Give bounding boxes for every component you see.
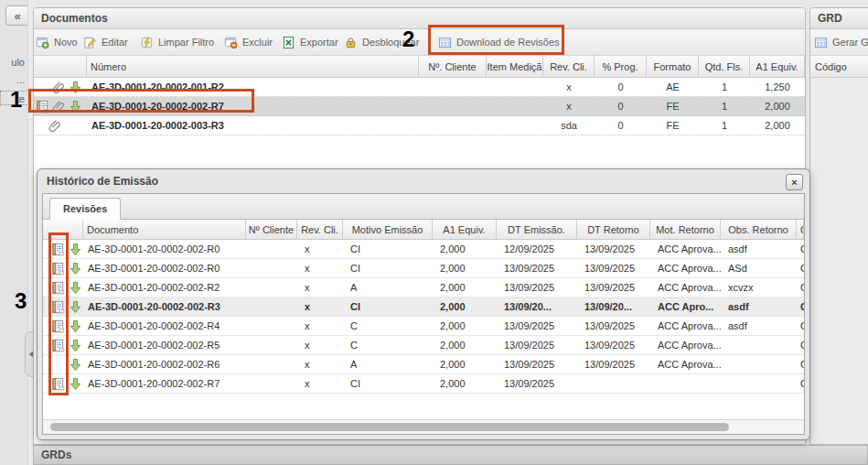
cell-dt-emissao: 13/09/2025 bbox=[497, 336, 577, 354]
cell-numero: AE-3D-0001-20-0002-001-R2 bbox=[87, 78, 419, 96]
sidebar-item-clipped-2[interactable]: ... bbox=[0, 74, 27, 85]
column-header-n-cliente[interactable]: Nº. Cliente bbox=[419, 56, 487, 77]
download-arrow-icon[interactable] bbox=[69, 339, 82, 352]
grid-empty-area bbox=[43, 394, 804, 419]
column-header-n-cliente[interactable]: Nº Cliente bbox=[246, 220, 297, 239]
close-icon: × bbox=[791, 178, 797, 188]
cell-mot-retorno bbox=[650, 374, 721, 393]
gerar-grd-button[interactable]: Gerar G bbox=[814, 29, 868, 55]
note-icon[interactable] bbox=[51, 300, 65, 314]
excluir-button[interactable]: Excluir bbox=[224, 29, 273, 55]
revision-row-selected[interactable]: AE-3D-0001-20-0002-002-R3 x CI 2,000 13/… bbox=[43, 297, 804, 317]
cell-dt-emissao: 13/09/20... bbox=[497, 297, 577, 316]
table-row[interactable]: AE-3D-0001-20-0002-003-R3 sda 0 FE 1 2,0… bbox=[34, 116, 805, 135]
cell-dt-emissao: 13/09/2025 bbox=[497, 374, 577, 393]
column-header-a1-equiv[interactable]: A1 Equiv. bbox=[433, 220, 497, 239]
download-arrow-icon[interactable] bbox=[69, 358, 82, 372]
column-header-dt-emissao[interactable]: DT Emissão. bbox=[497, 220, 577, 239]
modal-close-button[interactable]: × bbox=[786, 174, 803, 190]
cell-rev-cli: x bbox=[543, 78, 595, 96]
download-arrow-icon[interactable] bbox=[69, 377, 82, 391]
note-icon[interactable] bbox=[36, 100, 49, 114]
novo-button[interactable]: Novo bbox=[36, 29, 78, 55]
download-arrow-icon[interactable] bbox=[69, 81, 82, 94]
cell-obs-retorno bbox=[721, 355, 797, 373]
revisions-grid-header: Documento Nº Cliente Rev. Cli. Motivo Em… bbox=[43, 220, 804, 240]
note-icon[interactable] bbox=[51, 377, 65, 391]
download-arrow-icon[interactable] bbox=[69, 281, 82, 295]
revision-row[interactable]: AE-3D-0001-20-0002-002-R2 x A 2,000 13/0… bbox=[43, 278, 804, 297]
column-header-rev-cli[interactable]: Rev. Cli. bbox=[297, 220, 343, 239]
download-arrow-icon[interactable] bbox=[69, 100, 82, 114]
download-arrow-icon[interactable] bbox=[69, 319, 82, 333]
cell-dt-retorno: 13/09/2025 bbox=[577, 355, 650, 373]
modal-tab-strip: Revisões bbox=[43, 194, 804, 220]
cell-dt-emissao: 12/09/2025 bbox=[497, 240, 577, 258]
revision-row[interactable]: AE-3D-0001-20-0002-002-R7 x CI 2,000 13/… bbox=[43, 374, 804, 394]
horizontal-scrollbar-thumb[interactable] bbox=[50, 423, 729, 431]
cell-prog: 0 bbox=[595, 97, 647, 115]
column-header-dt-retorno[interactable]: DT Retorno bbox=[577, 220, 650, 239]
table-row[interactable]: AE-3D-0001-20-0002-001-R2 x 0 AE 1 1,250 bbox=[34, 78, 805, 97]
cell-formato: FE bbox=[647, 97, 699, 115]
cell-a1-equiv: 2,000 bbox=[433, 317, 497, 335]
column-header-obs-retorno[interactable]: Obs. Retorno bbox=[721, 220, 797, 239]
cell-dt-emissao: 13/09/2025 bbox=[497, 317, 577, 335]
column-header-mot-retorno[interactable]: Mot. Retorno bbox=[650, 220, 721, 239]
grds-panel-header[interactable]: GRDs bbox=[33, 445, 868, 465]
cell-n-cliente bbox=[246, 317, 297, 335]
documents-grid-header: Número Nº. Cliente Item Mediçã Rev. Cli.… bbox=[34, 56, 805, 78]
cell-motivo: CI bbox=[343, 297, 433, 316]
screen: « ulo ... te Documentos Novo Editar Li bbox=[0, 0, 868, 465]
exportar-button[interactable]: Exportar bbox=[282, 29, 338, 55]
cell-rev-cli: sda bbox=[543, 116, 595, 135]
column-header-codigo[interactable]: Código bbox=[810, 56, 868, 78]
column-header-prog[interactable]: % Prog. bbox=[595, 56, 647, 77]
note-icon-placeholder bbox=[51, 358, 65, 372]
paperclip-icon bbox=[52, 100, 66, 114]
column-header-item-medicao[interactable]: Item Mediçã bbox=[487, 56, 543, 77]
cell-rev-cli: x bbox=[297, 374, 343, 393]
column-header-a1-equiv[interactable]: A1 Equiv. bbox=[750, 56, 805, 77]
cell-obs-retorno: xcvzx bbox=[721, 278, 797, 297]
note-icon[interactable] bbox=[51, 339, 65, 352]
cell-obs-retorno bbox=[721, 374, 797, 393]
revision-row[interactable]: AE-3D-0001-20-0002-002-R0 x CI 2,000 13/… bbox=[43, 259, 804, 278]
sidebar-collapse-button[interactable]: « bbox=[5, 5, 29, 26]
sidebar-item-clipped-1[interactable]: ulo bbox=[0, 57, 27, 68]
revision-row[interactable]: AE-3D-0001-20-0002-002-R0 x CI 2,000 12/… bbox=[43, 240, 804, 259]
cell-qtd-fls: 1 bbox=[699, 116, 750, 135]
modal-title-bar[interactable]: Histórico de Emissão bbox=[38, 169, 809, 193]
table-row-selected[interactable]: AE-3D-0001-20-0002-002-R7 x 0 FE 1 2,000 bbox=[34, 97, 805, 116]
limpar-filtro-button[interactable]: Limpar Filtro bbox=[140, 29, 214, 55]
note-icon[interactable] bbox=[51, 243, 65, 256]
sidebar-item-clipped-3[interactable]: te bbox=[0, 91, 27, 105]
column-header-qtd-fls[interactable]: Qtd. Fls. bbox=[699, 56, 750, 77]
note-icon[interactable] bbox=[51, 319, 65, 333]
desbloquear-button[interactable]: Desbloquear bbox=[344, 29, 419, 55]
download-arrow-icon[interactable] bbox=[69, 300, 82, 314]
cell-item-medicao bbox=[487, 97, 543, 115]
note-icon[interactable] bbox=[51, 281, 65, 295]
column-header-rev-cli[interactable]: Rev. Cli. bbox=[543, 56, 595, 77]
revision-row[interactable]: AE-3D-0001-20-0002-002-R5 x C 2,000 13/0… bbox=[43, 336, 804, 355]
column-header-row-icons[interactable] bbox=[43, 220, 83, 239]
column-header-motivo-emissao[interactable]: Motivo Emissão bbox=[343, 220, 433, 239]
tab-revisoes[interactable]: Revisões bbox=[49, 198, 121, 220]
column-header-row-icons[interactable] bbox=[34, 56, 87, 77]
cell-mot-retorno: ACC Aprova... bbox=[650, 355, 721, 373]
revision-row[interactable]: AE-3D-0001-20-0002-002-R6 x A 2,000 13/0… bbox=[43, 355, 804, 374]
column-header-formato[interactable]: Formato bbox=[647, 56, 699, 77]
revision-row[interactable]: AE-3D-0001-20-0002-002-R4 x C 2,000 13/0… bbox=[43, 317, 804, 336]
horizontal-scrollbar[interactable] bbox=[43, 419, 804, 434]
download-arrow-icon[interactable] bbox=[69, 262, 82, 276]
column-header-documento[interactable]: Documento bbox=[83, 220, 246, 239]
download-revisoes-button[interactable]: Download de Revisões bbox=[438, 29, 560, 55]
cell-n-cliente bbox=[246, 355, 297, 373]
column-header-numero[interactable]: Número bbox=[87, 56, 419, 77]
download-arrow-icon[interactable] bbox=[69, 243, 82, 256]
column-header-grd[interactable]: G bbox=[797, 220, 804, 239]
editar-button[interactable]: Editar bbox=[83, 29, 128, 55]
note-icon[interactable] bbox=[51, 262, 65, 276]
cell-a1-equiv: 2,000 bbox=[433, 374, 497, 393]
